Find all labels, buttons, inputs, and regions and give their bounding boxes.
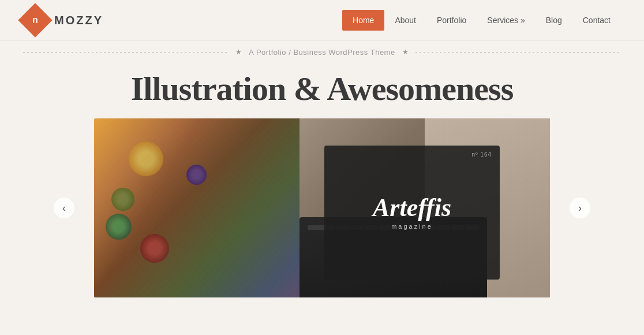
- nav-contact[interactable]: Contact: [572, 10, 621, 31]
- main-nav: Home About Portfolio Services » Blog Con…: [342, 10, 621, 31]
- nav-blog[interactable]: Blog: [536, 10, 572, 31]
- hero-title: Illustration & Awesomeness: [23, 69, 621, 108]
- slider-prev-button[interactable]: ‹: [54, 198, 74, 218]
- slider-laptop-area: nº 164 Arteffis magazine: [299, 118, 551, 297]
- nav-portfolio[interactable]: Portfolio: [426, 10, 477, 31]
- brand-name: MOZZY: [54, 14, 103, 27]
- slider-wrapper: ‹: [94, 118, 550, 297]
- subtitle-text: A Portfolio / Business WordPress Theme: [249, 48, 395, 57]
- magazine-number: nº 164: [471, 151, 492, 158]
- subtitle-star-right: ★: [402, 48, 409, 57]
- logo-area: n MOZZY: [23, 8, 103, 32]
- magazine-title: Arteffis: [373, 195, 451, 221]
- hero-slider: nº 164 Arteffis magazine: [94, 118, 550, 297]
- logo-letter: n: [32, 15, 38, 25]
- nav-about[interactable]: About: [384, 10, 426, 31]
- slider-next-button[interactable]: ›: [570, 198, 590, 218]
- subtitle-line-right: [415, 52, 621, 53]
- nav-services[interactable]: Services »: [477, 10, 535, 31]
- subtitle-line-left: [23, 52, 229, 53]
- site-header: n MOZZY Home About Portfolio Services » …: [0, 0, 644, 41]
- magazine-subtitle: magazine: [391, 223, 433, 230]
- subtitle-star-left: ★: [235, 48, 242, 57]
- subtitle-bar: ★ A Portfolio / Business WordPress Theme…: [0, 41, 644, 64]
- hero-heading-container: Illustration & Awesomeness: [0, 64, 644, 118]
- nav-home[interactable]: Home: [342, 10, 384, 31]
- logo-diamond: n: [18, 3, 52, 37]
- magazine-overlay: nº 164 Arteffis magazine: [324, 146, 500, 280]
